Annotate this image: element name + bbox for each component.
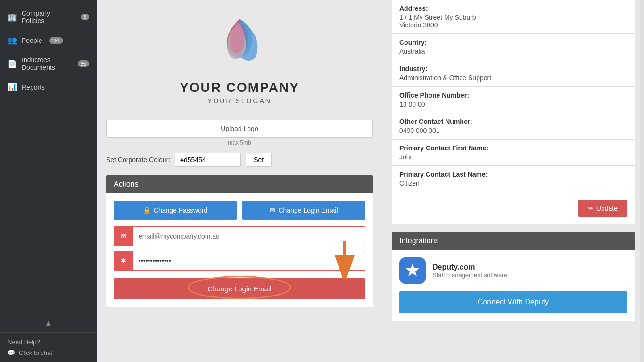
other-contact-block: Other Contact Number: 0400 000 001 [392,113,635,140]
sidebar-badge-company-policies: 3 [81,14,89,20]
need-help-label: Need Help? [8,338,89,346]
country-label: Country: [399,39,627,46]
integrations-section: Integrations Deputy.com Staff management… [392,232,635,321]
sidebar-item-reports[interactable]: 📊 Reports [0,77,97,97]
colour-row: Set Corporate Colour: Set [106,153,373,167]
email-icon: ✉ [114,227,133,246]
update-section: ✏ Update [392,192,635,224]
other-contact-label: Other Contact Number: [399,118,627,125]
country-value: Australia [399,48,627,55]
change-password-button[interactable]: 🔒 Change Password [114,201,237,220]
left-panel: YOUR COMPANY YOUR SLOGAN Upload Logo max… [97,0,382,362]
phone-block: Office Phone Number: 13 00 00 [392,87,635,113]
chat-icon: 💬 [8,349,15,356]
sidebar-badge-people: 161 [49,37,63,44]
industry-value: Administration & Office Support [399,74,627,82]
sidebar-nav: 🏢 Company Policies 3 👥 People 161 📄 Indu… [0,0,97,314]
primary-last-value: Citizen [399,180,627,187]
address-block: Address: 1 / 1 My Street My Suburb Victo… [392,0,635,34]
phone-value: 13 00 00 [399,100,627,108]
deputy-integration-item: Deputy.com Staff management software [399,257,627,284]
address-line2: Victoria 3000 [399,21,627,29]
primary-first-block: Primary Contact First Name: John [392,140,635,166]
sidebar-item-inductees-documents[interactable]: 📄 Inductees Documents 55 [0,50,97,77]
industry-label: Industry: [399,65,627,73]
sidebar-item-company-policies[interactable]: 🏢 Company Policies 3 [0,4,97,30]
collapse-icon: ▲ [45,319,52,327]
primary-last-block: Primary Contact Last Name: Citizen [392,166,635,192]
company-policies-icon: 🏢 [8,13,17,22]
chat-label: Click to chat [19,349,52,356]
country-block: Country: Australia [392,34,635,60]
primary-first-label: Primary Contact First Name: [399,144,627,152]
main-content: YOUR COMPANY YOUR SLOGAN Upload Logo max… [97,0,644,362]
primary-last-label: Primary Contact Last Name: [399,171,627,178]
address-line1: 1 / 1 My Street My Suburb [399,14,627,21]
people-icon: 👥 [8,36,17,45]
sidebar: 🏢 Company Policies 3 👥 People 161 📄 Indu… [0,0,97,362]
upload-logo-button[interactable]: Upload Logo [106,120,373,138]
company-slogan: YOUR SLOGAN [106,97,373,105]
actions-header: Actions [106,175,373,193]
deputy-desc: Staff management software [432,272,507,279]
sidebar-collapse-button[interactable]: ▲ [0,314,97,332]
down-arrow-svg [330,241,359,279]
logo-area: YOUR COMPANY YOUR SLOGAN [106,0,373,112]
svg-marker-3 [406,264,419,276]
sidebar-item-label: People [22,37,42,44]
integrations-header: Integrations [392,232,635,250]
connect-with-deputy-button[interactable]: Connect With Deputy [399,291,627,313]
sidebar-item-label: Inductees Documents [22,56,71,71]
industry-block: Industry: Administration & Office Suppor… [392,60,635,87]
pencil-icon: ✏ [588,205,594,212]
right-panel: Address: 1 / 1 My Street My Suburb Victo… [382,0,644,362]
scrollbar-track[interactable] [640,0,644,362]
deputy-icon [399,257,426,284]
password-input-row: ✱ [114,251,365,271]
max-size-label: max 5mb [106,140,373,146]
phone-label: Office Phone Number: [399,91,627,99]
colour-input[interactable] [175,153,241,167]
primary-first-value: John [399,153,627,161]
change-login-email-submit-button[interactable]: Change Login Email [114,278,365,299]
action-buttons-row: 🔒 Change Password ✉ Change Login Email [114,201,365,220]
deputy-name: Deputy.com [432,263,507,272]
company-logo [202,9,277,75]
set-button[interactable]: Set [246,153,272,167]
email-input-row: ✉ [114,226,365,246]
integrations-body: Deputy.com Staff management software Con… [392,250,635,321]
sidebar-bottom: Need Help? 💬 Click to chat [0,332,97,362]
inductees-icon: 📄 [8,59,17,68]
actions-section: Actions 🔒 Change Password ✉ Change Login… [106,175,373,307]
update-button[interactable]: ✏ Update [578,200,627,217]
sidebar-badge-inductees: 55 [78,60,89,67]
sidebar-item-label: Reports [22,83,45,91]
sidebar-item-people[interactable]: 👥 People 161 [0,30,97,50]
change-login-email-button-top[interactable]: ✉ Change Login Email [242,201,365,220]
reports-icon: 📊 [8,82,17,91]
company-name: YOUR COMPANY [106,80,373,95]
change-password-label: Change Password [154,206,207,214]
click-to-chat[interactable]: 💬 Click to chat [8,349,89,356]
email-icon-btn: ✉ [270,206,275,214]
change-login-email-wrap: Change Login Email [114,275,365,299]
sidebar-item-label: Company Policies [22,9,74,25]
integration-text: Deputy.com Staff management software [432,263,507,279]
update-label: Update [596,205,618,212]
password-icon: ✱ [114,251,133,270]
colour-label: Set Corporate Colour: [106,156,170,164]
deputy-logo-svg [404,262,421,279]
actions-body: 🔒 Change Password ✉ Change Login Email ✉ [106,193,373,307]
other-contact-value: 0400 000 001 [399,127,627,134]
address-label: Address: [399,5,627,12]
change-login-email-label-top: Change Login Email [278,206,338,214]
lock-icon: 🔒 [143,206,151,214]
